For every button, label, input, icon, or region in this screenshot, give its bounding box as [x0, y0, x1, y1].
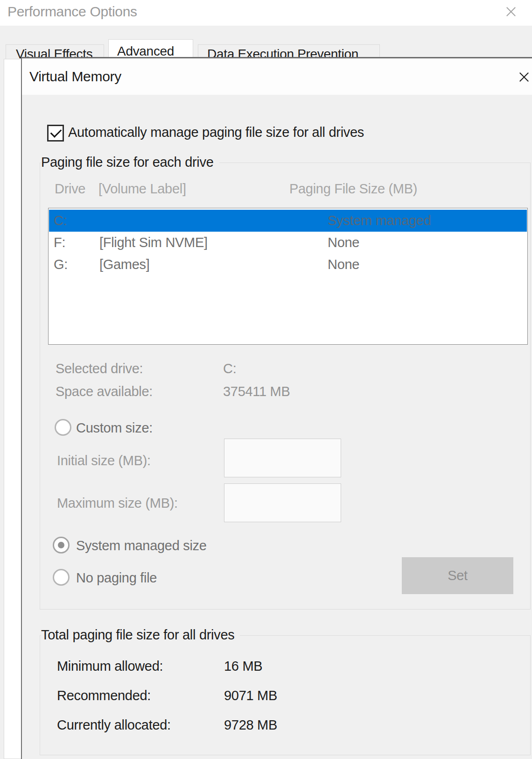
virtual-memory-title: Virtual Memory — [29, 69, 121, 85]
initial-size-label: Initial size (MB): — [57, 453, 151, 468]
space-available-label: Space available: — [56, 384, 153, 399]
volume-label: [Flight Sim NVME] — [99, 232, 208, 254]
tab-advanced[interactable]: Advanced — [108, 39, 193, 59]
column-header-volume-label: [Volume Label] — [98, 181, 186, 197]
maximum-size-label: Maximum size (MB): — [57, 496, 178, 511]
set-button[interactable]: Set — [402, 557, 513, 594]
drive-listbox[interactable]: C: System managed F: [Flight Sim NVME] N… — [48, 208, 528, 345]
paging-file-groupbox: Paging file size for each drive Drive [V… — [40, 163, 531, 610]
column-header-drive: Drive — [55, 181, 85, 197]
drive-row-f[interactable]: F: [Flight Sim NVME] None — [49, 232, 527, 254]
paging-file-size: None — [328, 232, 359, 254]
recommended-value: 9071 MB — [224, 688, 277, 703]
currently-allocated-label: Currently allocated: — [57, 717, 171, 733]
selected-drive-value: C: — [223, 361, 236, 376]
performance-options-title: Performance Options — [7, 4, 137, 20]
auto-manage-checkbox-label: Automatically manage paging file size fo… — [68, 125, 364, 140]
minimum-allowed-label: Minimum allowed: — [57, 659, 163, 674]
drive-letter: G: — [54, 254, 68, 276]
auto-manage-checkbox[interactable] — [47, 125, 64, 142]
paging-file-groupbox-title: Paging file size for each drive — [41, 155, 219, 171]
system-managed-size-radio[interactable] — [53, 537, 70, 553]
system-managed-size-radio-label: System managed size — [76, 538, 207, 553]
custom-size-radio-label: Custom size: — [76, 420, 153, 436]
recommended-label: Recommended: — [57, 688, 151, 703]
drive-letter: C: — [54, 210, 67, 232]
no-paging-file-radio-label: No paging file — [76, 570, 157, 586]
initial-size-input[interactable] — [224, 439, 341, 477]
column-header-paging-file-size: Paging File Size (MB) — [289, 181, 417, 197]
virtual-memory-dialog: Virtual Memory Automatically manage pagi… — [21, 57, 532, 759]
paging-file-size: System managed — [328, 210, 431, 232]
drive-row-g[interactable]: G: [Games] None — [49, 254, 527, 276]
minimum-allowed-value: 16 MB — [224, 659, 262, 674]
space-available-value: 375411 MB — [223, 384, 290, 399]
close-icon[interactable] — [504, 5, 518, 19]
paging-file-size: None — [328, 254, 359, 276]
close-icon[interactable] — [517, 70, 531, 84]
total-paging-groupbox: Total paging file size for all drives Mi… — [40, 635, 531, 755]
drive-letter: F: — [54, 232, 65, 254]
custom-size-radio[interactable] — [55, 419, 71, 436]
volume-label: [Games] — [99, 254, 150, 276]
drive-row-c[interactable]: C: System managed — [49, 210, 527, 232]
maximum-size-input[interactable] — [224, 483, 341, 522]
no-paging-file-radio[interactable] — [53, 569, 70, 586]
total-paging-groupbox-title: Total paging file size for all drives — [41, 627, 240, 644]
currently-allocated-value: 9728 MB — [224, 717, 277, 733]
selected-drive-label: Selected drive: — [56, 361, 143, 376]
